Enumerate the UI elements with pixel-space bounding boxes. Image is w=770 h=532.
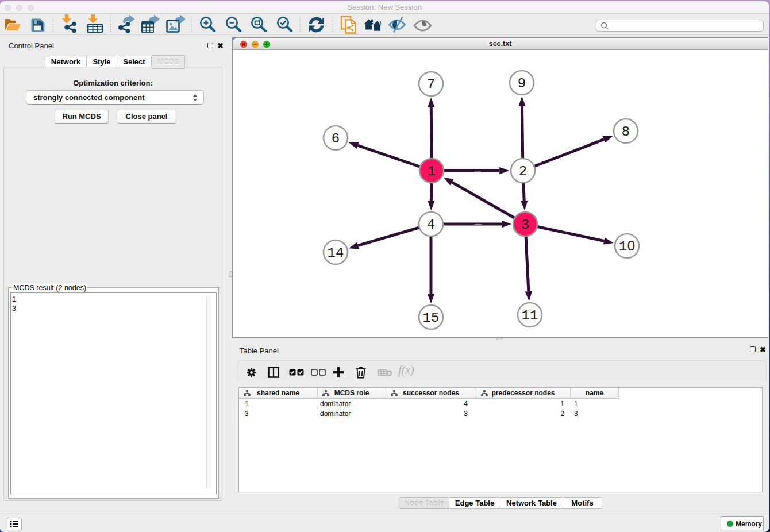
svg-text:15: 15 bbox=[423, 310, 440, 326]
svg-text:9: 9 bbox=[518, 76, 526, 91]
svg-text:10: 10 bbox=[619, 238, 635, 255]
svg-text:8: 8 bbox=[622, 124, 630, 140]
svg-text:4: 4 bbox=[427, 217, 435, 233]
svg-text:11: 11 bbox=[522, 308, 538, 323]
svg-text:3: 3 bbox=[521, 217, 529, 233]
svg-text:6: 6 bbox=[332, 131, 340, 147]
svg-text:1: 1 bbox=[428, 164, 436, 179]
svg-text:7: 7 bbox=[427, 77, 435, 92]
svg-text:2: 2 bbox=[519, 164, 527, 179]
svg-text:14: 14 bbox=[328, 245, 344, 261]
